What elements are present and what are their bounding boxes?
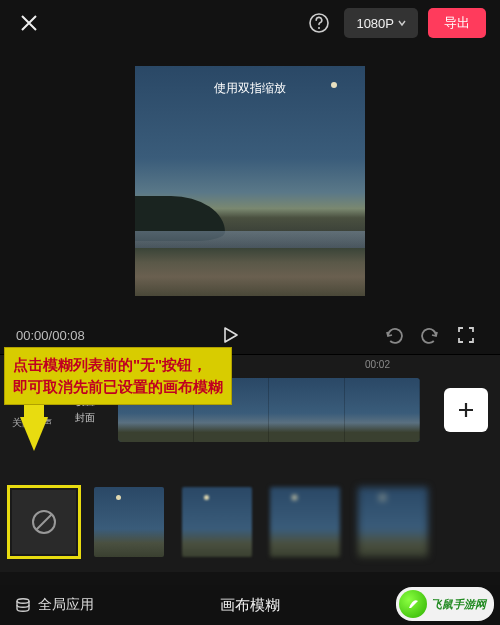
svg-point-1 xyxy=(318,27,320,29)
callout-text: 点击模糊列表前的"无"按钮， 即可取消先前已设置的画布模糊 xyxy=(4,347,232,405)
export-label: 导出 xyxy=(444,14,470,32)
ruler-mark: 00:02 xyxy=(365,359,390,370)
blur-none-button[interactable] xyxy=(12,490,76,554)
play-button[interactable] xyxy=(212,320,248,350)
apply-global-label: 全局应用 xyxy=(38,596,94,614)
blur-option-3[interactable] xyxy=(270,487,340,557)
top-bar: 1080P 导出 xyxy=(0,0,500,46)
chevron-down-icon xyxy=(398,19,406,27)
preview-area: 使用双指缩放 xyxy=(0,46,500,316)
tutorial-callout: 点击模糊列表前的"无"按钮， 即可取消先前已设置的画布模糊 xyxy=(4,347,232,451)
undo-icon xyxy=(383,324,405,346)
resolution-label: 1080P xyxy=(356,16,394,31)
blur-option-2[interactable] xyxy=(182,487,252,557)
apply-global-button[interactable]: 全局应用 xyxy=(14,596,94,614)
blur-option-1[interactable] xyxy=(94,487,164,557)
redo-icon xyxy=(419,324,441,346)
redo-button[interactable] xyxy=(412,320,448,350)
plus-icon xyxy=(456,400,476,420)
pinch-zoom-hint: 使用双指缩放 xyxy=(135,80,365,97)
close-button[interactable] xyxy=(14,8,44,38)
video-editor-screen: 1080P 导出 使用双指缩放 00:00/00:08 xyxy=(0,0,500,625)
svg-line-3 xyxy=(36,514,52,530)
blur-option-4[interactable] xyxy=(358,487,428,557)
watermark-badge: 飞鼠手游网 xyxy=(396,587,494,621)
resolution-dropdown[interactable]: 1080P xyxy=(344,8,418,38)
time-display: 00:00/00:08 xyxy=(16,328,85,343)
play-icon xyxy=(221,326,239,344)
close-icon xyxy=(19,13,39,33)
stack-icon xyxy=(14,596,32,614)
none-icon xyxy=(29,507,59,537)
add-clip-button[interactable] xyxy=(444,388,488,432)
watermark-text: 飞鼠手游网 xyxy=(431,597,486,612)
help-icon xyxy=(308,12,330,34)
arrow-down-icon xyxy=(20,417,48,451)
svg-point-4 xyxy=(17,599,29,603)
undo-button[interactable] xyxy=(376,320,412,350)
help-button[interactable] xyxy=(304,8,334,38)
blur-options-strip xyxy=(0,472,500,572)
logo-icon xyxy=(399,590,427,618)
video-preview[interactable]: 使用双指缩放 xyxy=(135,66,365,296)
fullscreen-icon xyxy=(457,326,475,344)
timeline-panel: 00:02 关闭原声 设置 封面 点击模糊列表前的"无"按钮， 即可取消先前已设… xyxy=(0,354,500,472)
fullscreen-button[interactable] xyxy=(448,320,484,350)
export-button[interactable]: 导出 xyxy=(428,8,486,38)
